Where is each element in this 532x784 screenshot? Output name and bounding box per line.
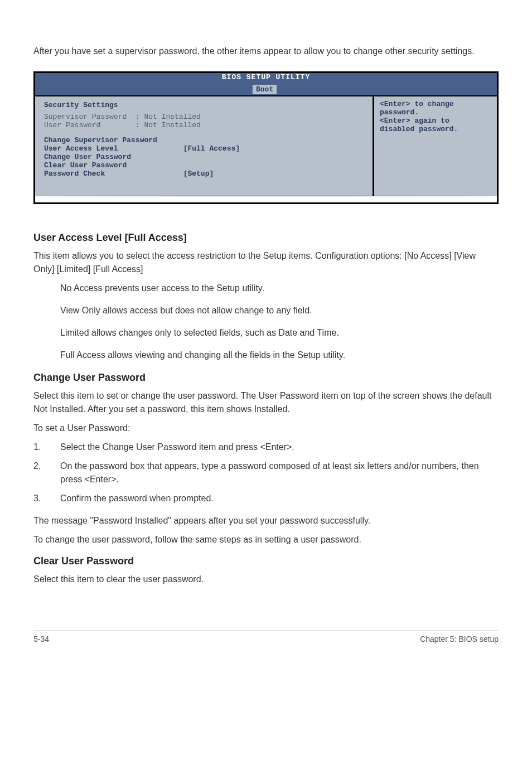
- set-password-steps: 1.Select the Change User Password item a…: [33, 441, 499, 505]
- password-installed-message: The message "Password Installed" appears…: [33, 514, 499, 527]
- step-text: Select the Change User Password item and…: [60, 441, 294, 454]
- step-number: 1.: [33, 441, 60, 454]
- intro-text: After you have set a supervisor password…: [33, 45, 499, 58]
- step-3: 3.Confirm the password when prompted.: [33, 492, 499, 505]
- step-text: On the password box that appears, type a…: [60, 459, 499, 486]
- help-line: <Enter> to change: [380, 100, 491, 108]
- user-access-level-entry: User Access Level [Full Access]: [44, 144, 364, 153]
- bios-bottom-curve: [35, 190, 497, 202]
- user-access-level-desc: This item allows you to select the acces…: [33, 249, 499, 276]
- password-check-label: Password Check: [44, 170, 105, 178]
- password-check-value: [Setup]: [183, 170, 214, 178]
- change-password-follow-steps: To change the user password, follow the …: [33, 533, 499, 546]
- change-user-password-desc: Select this item to set or change the us…: [33, 389, 499, 416]
- chapter-label: Chapter 5: BIOS setup: [420, 635, 499, 643]
- bios-tab-row: Boot: [35, 84, 497, 95]
- user-access-level-label: User Access Level: [44, 144, 118, 153]
- clear-user-password-desc: Select this item to clear the user passw…: [33, 573, 499, 586]
- user-access-level-heading: User Access Level [Full Access]: [33, 232, 499, 244]
- password-check-entry: Password Check [Setup]: [44, 170, 364, 178]
- step-1: 1.Select the Change User Password item a…: [33, 441, 499, 454]
- step-text: Confirm the password when prompted.: [60, 492, 214, 505]
- clear-user-password-heading: Clear User Password: [33, 555, 499, 567]
- step-2: 2.On the password box that appears, type…: [33, 459, 499, 486]
- help-line: <Enter> again to: [380, 117, 491, 125]
- help-line: password.: [380, 108, 491, 117]
- page-number: 5-34: [33, 635, 49, 643]
- full-access-line: Full Access allows viewing and changing …: [60, 349, 499, 362]
- step-number: 3.: [33, 492, 60, 505]
- bios-tab-boot: Boot: [253, 85, 277, 94]
- user-access-level-value: [Full Access]: [183, 144, 240, 153]
- bios-help-panel: <Enter> to change password. <Enter> agai…: [374, 96, 497, 190]
- step-number: 2.: [33, 459, 60, 486]
- limited-line: Limited allows changes only to selected …: [60, 326, 499, 340]
- no-access-line: No Access prevents user access to the Se…: [60, 282, 499, 295]
- view-only-line: View Only allows access but does not all…: [60, 304, 499, 317]
- bios-left-panel: Security Settings Supervisor Password : …: [35, 96, 374, 190]
- to-set-user-password: To set a User Password:: [33, 422, 499, 435]
- security-settings-heading: Security Settings: [44, 101, 364, 109]
- change-user-password-heading: Change User Password: [33, 372, 499, 384]
- supervisor-password-row: Supervisor Password : Not Installed: [44, 113, 364, 121]
- page-footer: 5-34 Chapter 5: BIOS setup: [33, 631, 499, 643]
- help-line: disabled password.: [380, 125, 491, 133]
- clear-user-password-entry: Clear User Password: [44, 161, 364, 170]
- bios-title: BIOS SETUP UTILITY: [35, 73, 497, 84]
- change-user-password-entry: Change User Password: [44, 153, 364, 161]
- user-password-row: User Password : Not Installed: [44, 121, 364, 129]
- change-supervisor-password-entry: Change Supervisor Password: [44, 136, 364, 144]
- bios-setup-box: BIOS SETUP UTILITY Boot Security Setting…: [33, 71, 499, 204]
